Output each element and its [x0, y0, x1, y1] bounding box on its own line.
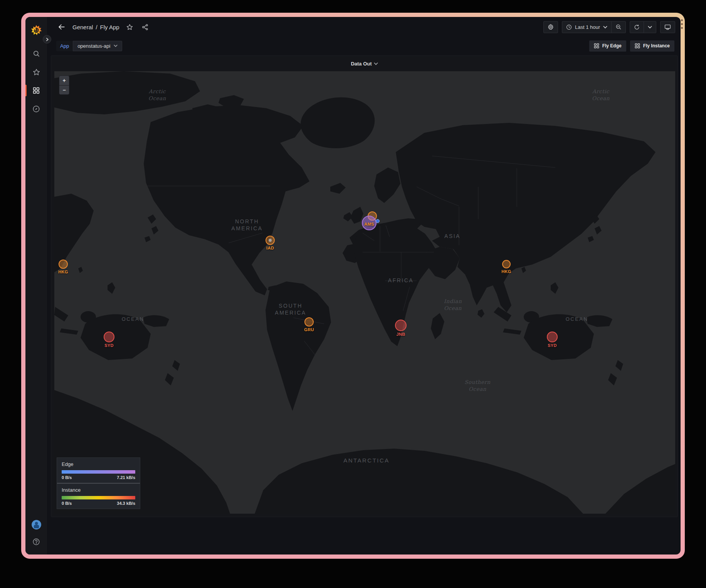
panel-header: Data Out — [51, 56, 677, 71]
map-marker-label-jnb: JNB — [397, 332, 405, 337]
refresh-button[interactable] — [630, 21, 644, 33]
panel-title: Data Out — [351, 61, 371, 67]
dashboard-links: Fly Edge Fly Instance — [589, 40, 674, 52]
sidebar-expand-button[interactable] — [43, 35, 51, 44]
kiosk-tv-button[interactable] — [660, 21, 675, 33]
world-map-land — [54, 71, 675, 514]
active-section-indicator — [25, 85, 27, 96]
starred-icon[interactable] — [30, 66, 42, 78]
apps-grid-icon — [594, 43, 599, 49]
geomap-panel: Data Out — [51, 55, 678, 517]
breadcrumb-separator: / — [96, 24, 97, 30]
variables-row: App openstatus-api Fly Edge — [47, 37, 681, 55]
fly-instance-label: Fly Instance — [643, 43, 670, 49]
fly-edge-link-button[interactable]: Fly Edge — [589, 40, 626, 52]
legend-edge-max: 7.21 kB/s — [117, 475, 135, 480]
back-arrow-button[interactable] — [56, 22, 67, 32]
nav-sidebar — [25, 17, 47, 554]
header-toolbar: Last 1 hour — [543, 21, 675, 33]
map-marker-label-iad: IAD — [266, 246, 274, 250]
chevron-down-icon — [603, 25, 607, 29]
legend-edge-section: Edge 0 B/s 7.21 kB/s — [57, 458, 140, 483]
grafana-logo-icon[interactable] — [30, 24, 42, 36]
edge-gradient-bar — [62, 470, 135, 474]
clock-icon — [566, 24, 572, 30]
map-marker-label-gru: GRU — [304, 327, 314, 332]
instance-gradient-bar — [62, 496, 135, 499]
fly-instance-link-button[interactable]: Fly Instance — [630, 40, 674, 52]
explore-compass-icon[interactable] — [30, 103, 42, 115]
map-zoom-control: + − — [59, 75, 69, 95]
map-marker-edge-blue[interactable] — [376, 219, 380, 223]
time-picker-group: Last 1 hour — [562, 21, 626, 33]
star-dashboard-icon[interactable] — [125, 22, 135, 32]
breadcrumb-folder[interactable]: General — [72, 24, 93, 30]
dashboards-icon[interactable] — [30, 84, 42, 97]
legend-instance-max: 34.3 kB/s — [117, 501, 135, 506]
map-marker-jnb[interactable] — [395, 320, 407, 331]
map-marker-gru[interactable] — [304, 317, 314, 327]
frame-dot — [681, 23, 683, 25]
legend-instance-title: Instance — [62, 487, 135, 493]
dashboard-settings-button[interactable] — [543, 21, 558, 33]
instance-center-dot — [269, 239, 272, 242]
app-variable-label: App — [56, 41, 73, 51]
zoom-out-time-button[interactable] — [611, 21, 626, 33]
panel-title-menu[interactable]: Data Out — [348, 59, 381, 68]
time-range-label: Last 1 hour — [575, 24, 600, 30]
fly-edge-label: Fly Edge — [602, 43, 622, 49]
map-marker-label-hkg: HKG — [501, 269, 511, 274]
app-variable: App openstatus-api — [56, 41, 122, 51]
search-icon[interactable] — [30, 47, 42, 60]
map-marker-label-hkg: HKG — [58, 270, 68, 274]
world-map-canvas[interactable]: ArcticOceanArcticOceanNORTHAMERICAASIAAF… — [54, 71, 675, 514]
dashboard-header: General / Fly App — [47, 17, 681, 37]
map-marker-label-syd: SYD — [104, 343, 114, 348]
legend-edge-title: Edge — [62, 461, 135, 467]
help-icon[interactable] — [30, 536, 42, 548]
profile-avatar[interactable] — [30, 518, 42, 531]
map-marker-hkg[interactable] — [59, 260, 68, 269]
breadcrumb: General / Fly App — [72, 24, 119, 30]
app-variable-value-dropdown[interactable]: openstatus-api — [73, 41, 122, 51]
time-range-picker[interactable]: Last 1 hour — [562, 21, 612, 33]
map-marker-hkg[interactable] — [502, 260, 511, 268]
page-title: Fly App — [100, 24, 119, 30]
legend-instance-min: 0 B/s — [62, 501, 72, 506]
map-marker-label-ams: AMS — [364, 222, 374, 226]
map-marker-iad[interactable] — [266, 236, 275, 245]
legend-edge-min: 0 B/s — [62, 475, 72, 480]
chevron-down-icon — [374, 62, 378, 66]
map-zoom-in-button[interactable]: + — [59, 76, 69, 85]
frame-dot — [681, 19, 683, 21]
app-variable-value: openstatus-api — [77, 43, 110, 49]
grafana-app-window: General / Fly App — [25, 17, 681, 554]
browser-window-frame: General / Fly App — [21, 13, 685, 559]
chevron-down-icon — [648, 25, 652, 29]
map-legend: Edge 0 B/s 7.21 kB/s Instance 0 B/s 34.3… — [57, 457, 140, 509]
share-icon[interactable] — [140, 22, 150, 32]
map-marker-syd[interactable] — [104, 332, 114, 342]
refresh-interval-dropdown[interactable] — [644, 21, 656, 33]
refresh-group — [630, 21, 656, 33]
map-zoom-out-button[interactable]: − — [59, 85, 69, 94]
frame-dot — [681, 27, 683, 29]
legend-instance-section: Instance 0 B/s 34.3 kB/s — [57, 483, 140, 509]
chevron-down-icon — [114, 44, 118, 48]
map-marker-syd[interactable] — [547, 332, 558, 342]
map-marker-label-syd: SYD — [548, 343, 557, 348]
apps-grid-icon — [635, 43, 640, 49]
